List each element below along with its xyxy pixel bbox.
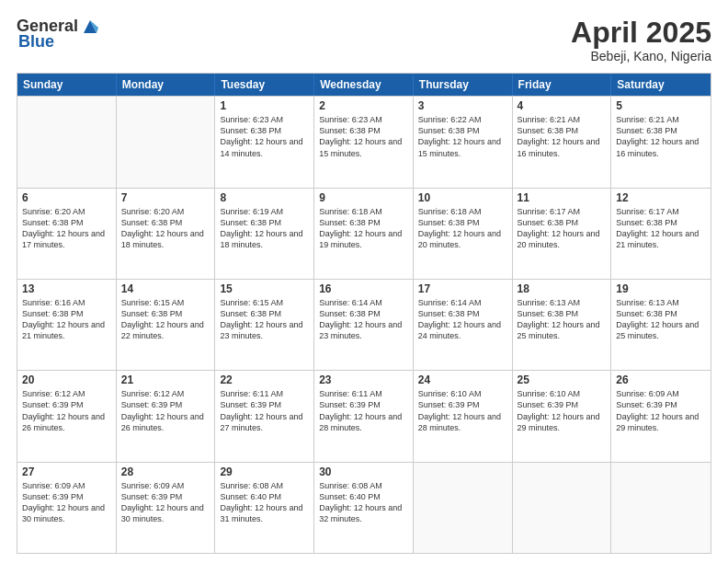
day-info: Sunrise: 6:22 AM Sunset: 6:38 PM Dayligh…: [418, 114, 507, 159]
day-info: Sunrise: 6:21 AM Sunset: 6:38 PM Dayligh…: [616, 114, 706, 159]
day-number: 2: [319, 99, 408, 112]
day-info: Sunrise: 6:15 AM Sunset: 6:38 PM Dayligh…: [121, 297, 210, 342]
page: General Blue April 2025 Bebeji, Kano, Ni…: [0, 0, 728, 563]
day-info: Sunrise: 6:20 AM Sunset: 6:38 PM Dayligh…: [22, 206, 111, 251]
day-number: 12: [616, 191, 706, 204]
day-info: Sunrise: 6:23 AM Sunset: 6:38 PM Dayligh…: [220, 114, 309, 159]
day-number: 18: [518, 282, 607, 295]
calendar-cell: 24Sunrise: 6:10 AM Sunset: 6:39 PM Dayli…: [414, 371, 513, 461]
day-number: 7: [121, 191, 210, 204]
day-info: Sunrise: 6:17 AM Sunset: 6:38 PM Dayligh…: [616, 206, 706, 251]
day-number: 3: [418, 99, 507, 112]
day-number: 27: [22, 465, 111, 478]
calendar-week-5: 27Sunrise: 6:09 AM Sunset: 6:39 PM Dayli…: [17, 462, 711, 553]
day-number: 30: [319, 465, 408, 478]
day-info: Sunrise: 6:21 AM Sunset: 6:38 PM Dayligh…: [518, 114, 607, 159]
header-day-tuesday: Tuesday: [215, 74, 314, 96]
day-info: Sunrise: 6:18 AM Sunset: 6:38 PM Dayligh…: [319, 206, 408, 251]
day-info: Sunrise: 6:09 AM Sunset: 6:39 PM Dayligh…: [616, 388, 706, 433]
day-info: Sunrise: 6:17 AM Sunset: 6:38 PM Dayligh…: [518, 206, 607, 251]
calendar-cell: 30Sunrise: 6:08 AM Sunset: 6:40 PM Dayli…: [314, 463, 414, 553]
day-info: Sunrise: 6:14 AM Sunset: 6:38 PM Dayligh…: [319, 297, 408, 342]
calendar-cell: 12Sunrise: 6:17 AM Sunset: 6:38 PM Dayli…: [611, 189, 711, 279]
day-number: 16: [319, 282, 408, 295]
logo: General Blue: [17, 17, 100, 52]
calendar-cell: 23Sunrise: 6:11 AM Sunset: 6:39 PM Dayli…: [314, 371, 414, 461]
location: Bebeji, Kano, Nigeria: [571, 49, 711, 63]
calendar-cell: 29Sunrise: 6:08 AM Sunset: 6:40 PM Dayli…: [215, 463, 314, 553]
day-info: Sunrise: 6:11 AM Sunset: 6:39 PM Dayligh…: [220, 388, 309, 433]
day-number: 9: [319, 191, 408, 204]
day-info: Sunrise: 6:11 AM Sunset: 6:39 PM Dayligh…: [319, 388, 408, 433]
day-number: 17: [418, 282, 507, 295]
day-number: 25: [518, 373, 607, 386]
calendar: SundayMondayTuesdayWednesdayThursdayFrid…: [17, 73, 711, 554]
day-info: Sunrise: 6:10 AM Sunset: 6:39 PM Dayligh…: [518, 388, 607, 433]
day-number: 8: [220, 191, 309, 204]
calendar-cell: 4Sunrise: 6:21 AM Sunset: 6:38 PM Daylig…: [513, 97, 612, 187]
day-info: Sunrise: 6:13 AM Sunset: 6:38 PM Dayligh…: [616, 297, 706, 342]
calendar-cell: 26Sunrise: 6:09 AM Sunset: 6:39 PM Dayli…: [611, 371, 711, 461]
calendar-cell: 10Sunrise: 6:18 AM Sunset: 6:38 PM Dayli…: [414, 189, 513, 279]
day-info: Sunrise: 6:12 AM Sunset: 6:39 PM Dayligh…: [22, 388, 111, 433]
calendar-week-3: 13Sunrise: 6:16 AM Sunset: 6:38 PM Dayli…: [17, 279, 711, 370]
day-info: Sunrise: 6:08 AM Sunset: 6:40 PM Dayligh…: [220, 480, 309, 525]
calendar-header: SundayMondayTuesdayWednesdayThursdayFrid…: [17, 74, 711, 96]
calendar-week-1: 1Sunrise: 6:23 AM Sunset: 6:38 PM Daylig…: [17, 96, 711, 187]
calendar-cell: 5Sunrise: 6:21 AM Sunset: 6:38 PM Daylig…: [611, 97, 711, 187]
day-number: 15: [220, 282, 309, 295]
calendar-cell: 1Sunrise: 6:23 AM Sunset: 6:38 PM Daylig…: [215, 97, 314, 187]
calendar-cell: 7Sunrise: 6:20 AM Sunset: 6:38 PM Daylig…: [117, 189, 216, 279]
calendar-cell: 8Sunrise: 6:19 AM Sunset: 6:38 PM Daylig…: [215, 189, 314, 279]
calendar-cell: 21Sunrise: 6:12 AM Sunset: 6:39 PM Dayli…: [117, 371, 216, 461]
day-number: 26: [616, 373, 706, 386]
calendar-cell: 27Sunrise: 6:09 AM Sunset: 6:39 PM Dayli…: [17, 463, 117, 553]
calendar-cell: 28Sunrise: 6:09 AM Sunset: 6:39 PM Dayli…: [117, 463, 216, 553]
day-info: Sunrise: 6:08 AM Sunset: 6:40 PM Dayligh…: [319, 480, 408, 525]
day-info: Sunrise: 6:20 AM Sunset: 6:38 PM Dayligh…: [121, 206, 210, 251]
day-info: Sunrise: 6:18 AM Sunset: 6:38 PM Dayligh…: [418, 206, 507, 251]
header: General Blue April 2025 Bebeji, Kano, Ni…: [17, 17, 711, 63]
calendar-week-2: 6Sunrise: 6:20 AM Sunset: 6:38 PM Daylig…: [17, 188, 711, 279]
calendar-cell: 15Sunrise: 6:15 AM Sunset: 6:38 PM Dayli…: [215, 280, 314, 370]
header-day-saturday: Saturday: [611, 74, 711, 96]
header-day-wednesday: Wednesday: [314, 74, 414, 96]
calendar-cell: 22Sunrise: 6:11 AM Sunset: 6:39 PM Dayli…: [215, 371, 314, 461]
logo-icon: [80, 17, 100, 35]
day-info: Sunrise: 6:16 AM Sunset: 6:38 PM Dayligh…: [22, 297, 111, 342]
day-info: Sunrise: 6:14 AM Sunset: 6:38 PM Dayligh…: [418, 297, 507, 342]
header-day-monday: Monday: [117, 74, 216, 96]
day-info: Sunrise: 6:19 AM Sunset: 6:38 PM Dayligh…: [220, 206, 309, 251]
day-info: Sunrise: 6:13 AM Sunset: 6:38 PM Dayligh…: [518, 297, 607, 342]
day-info: Sunrise: 6:12 AM Sunset: 6:39 PM Dayligh…: [121, 388, 210, 433]
calendar-cell: 2Sunrise: 6:23 AM Sunset: 6:38 PM Daylig…: [314, 97, 414, 187]
day-number: 19: [616, 282, 706, 295]
header-day-friday: Friday: [513, 74, 612, 96]
day-number: 5: [616, 99, 706, 112]
day-number: 24: [418, 373, 507, 386]
calendar-cell: 19Sunrise: 6:13 AM Sunset: 6:38 PM Dayli…: [611, 280, 711, 370]
calendar-cell: 17Sunrise: 6:14 AM Sunset: 6:38 PM Dayli…: [414, 280, 513, 370]
calendar-week-4: 20Sunrise: 6:12 AM Sunset: 6:39 PM Dayli…: [17, 370, 711, 461]
day-number: 10: [418, 191, 507, 204]
header-day-sunday: Sunday: [17, 74, 117, 96]
day-number: 21: [121, 373, 210, 386]
day-info: Sunrise: 6:15 AM Sunset: 6:38 PM Dayligh…: [220, 297, 309, 342]
day-info: Sunrise: 6:10 AM Sunset: 6:39 PM Dayligh…: [418, 388, 507, 433]
calendar-cell: 6Sunrise: 6:20 AM Sunset: 6:38 PM Daylig…: [17, 189, 117, 279]
day-number: 20: [22, 373, 111, 386]
day-number: 6: [22, 191, 111, 204]
calendar-cell: 3Sunrise: 6:22 AM Sunset: 6:38 PM Daylig…: [414, 97, 513, 187]
day-info: Sunrise: 6:09 AM Sunset: 6:39 PM Dayligh…: [121, 480, 210, 525]
day-number: 13: [22, 282, 111, 295]
day-number: 29: [220, 465, 309, 478]
title-block: April 2025 Bebeji, Kano, Nigeria: [571, 17, 711, 63]
day-number: 22: [220, 373, 309, 386]
header-day-thursday: Thursday: [414, 74, 513, 96]
day-number: 28: [121, 465, 210, 478]
day-number: 14: [121, 282, 210, 295]
calendar-cell: [117, 97, 216, 187]
calendar-cell: 25Sunrise: 6:10 AM Sunset: 6:39 PM Dayli…: [513, 371, 612, 461]
calendar-cell: 9Sunrise: 6:18 AM Sunset: 6:38 PM Daylig…: [314, 189, 414, 279]
calendar-body: 1Sunrise: 6:23 AM Sunset: 6:38 PM Daylig…: [17, 96, 711, 553]
